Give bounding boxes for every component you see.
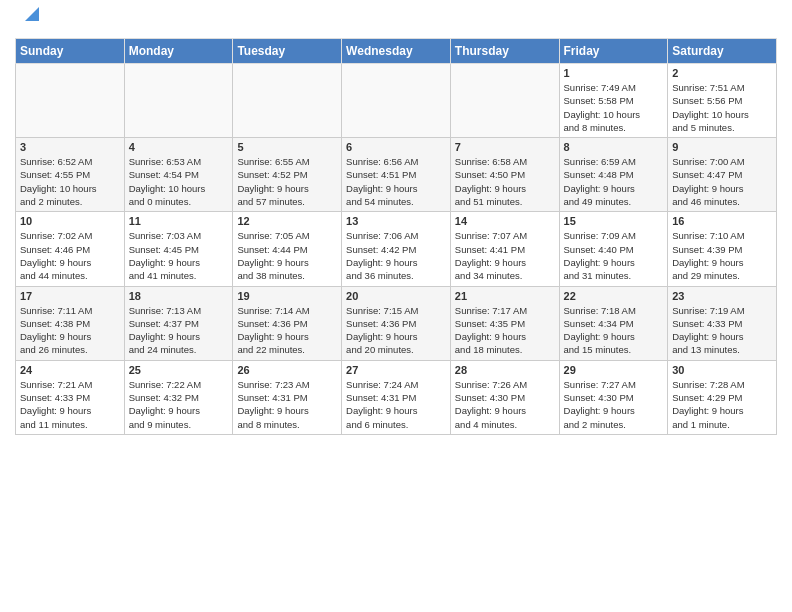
weekday-header: Sunday	[16, 39, 125, 64]
day-number: 13	[346, 215, 446, 227]
calendar-day-cell: 22Sunrise: 7:18 AM Sunset: 4:34 PM Dayli…	[559, 286, 668, 360]
day-info: Sunrise: 7:11 AM Sunset: 4:38 PM Dayligh…	[20, 304, 120, 357]
calendar-day-cell	[450, 64, 559, 138]
day-number: 10	[20, 215, 120, 227]
day-number: 23	[672, 290, 772, 302]
day-info: Sunrise: 7:13 AM Sunset: 4:37 PM Dayligh…	[129, 304, 229, 357]
calendar-table: SundayMondayTuesdayWednesdayThursdayFrid…	[15, 38, 777, 435]
logo-icon	[21, 3, 43, 25]
day-number: 12	[237, 215, 337, 227]
logo	[15, 10, 43, 32]
calendar-week-row: 1Sunrise: 7:49 AM Sunset: 5:58 PM Daylig…	[16, 64, 777, 138]
day-number: 7	[455, 141, 555, 153]
weekday-header: Wednesday	[342, 39, 451, 64]
day-info: Sunrise: 7:18 AM Sunset: 4:34 PM Dayligh…	[564, 304, 664, 357]
day-info: Sunrise: 7:14 AM Sunset: 4:36 PM Dayligh…	[237, 304, 337, 357]
day-number: 8	[564, 141, 664, 153]
day-number: 2	[672, 67, 772, 79]
calendar-day-cell	[124, 64, 233, 138]
day-number: 17	[20, 290, 120, 302]
calendar-day-cell: 16Sunrise: 7:10 AM Sunset: 4:39 PM Dayli…	[668, 212, 777, 286]
day-number: 3	[20, 141, 120, 153]
weekday-header: Thursday	[450, 39, 559, 64]
calendar-day-cell: 28Sunrise: 7:26 AM Sunset: 4:30 PM Dayli…	[450, 360, 559, 434]
calendar-day-cell: 1Sunrise: 7:49 AM Sunset: 5:58 PM Daylig…	[559, 64, 668, 138]
calendar-header-row: SundayMondayTuesdayWednesdayThursdayFrid…	[16, 39, 777, 64]
day-number: 4	[129, 141, 229, 153]
day-number: 29	[564, 364, 664, 376]
svg-marker-0	[25, 7, 39, 21]
calendar-day-cell: 3Sunrise: 6:52 AM Sunset: 4:55 PM Daylig…	[16, 138, 125, 212]
calendar-week-row: 24Sunrise: 7:21 AM Sunset: 4:33 PM Dayli…	[16, 360, 777, 434]
day-info: Sunrise: 6:58 AM Sunset: 4:50 PM Dayligh…	[455, 155, 555, 208]
calendar-day-cell: 6Sunrise: 6:56 AM Sunset: 4:51 PM Daylig…	[342, 138, 451, 212]
day-number: 22	[564, 290, 664, 302]
calendar-day-cell: 13Sunrise: 7:06 AM Sunset: 4:42 PM Dayli…	[342, 212, 451, 286]
day-info: Sunrise: 7:23 AM Sunset: 4:31 PM Dayligh…	[237, 378, 337, 431]
day-info: Sunrise: 7:06 AM Sunset: 4:42 PM Dayligh…	[346, 229, 446, 282]
day-info: Sunrise: 6:56 AM Sunset: 4:51 PM Dayligh…	[346, 155, 446, 208]
calendar-day-cell: 12Sunrise: 7:05 AM Sunset: 4:44 PM Dayli…	[233, 212, 342, 286]
calendar-day-cell: 17Sunrise: 7:11 AM Sunset: 4:38 PM Dayli…	[16, 286, 125, 360]
calendar-day-cell: 23Sunrise: 7:19 AM Sunset: 4:33 PM Dayli…	[668, 286, 777, 360]
day-info: Sunrise: 6:52 AM Sunset: 4:55 PM Dayligh…	[20, 155, 120, 208]
day-number: 14	[455, 215, 555, 227]
weekday-header: Tuesday	[233, 39, 342, 64]
day-info: Sunrise: 7:26 AM Sunset: 4:30 PM Dayligh…	[455, 378, 555, 431]
day-number: 5	[237, 141, 337, 153]
calendar-week-row: 3Sunrise: 6:52 AM Sunset: 4:55 PM Daylig…	[16, 138, 777, 212]
calendar-day-cell: 21Sunrise: 7:17 AM Sunset: 4:35 PM Dayli…	[450, 286, 559, 360]
calendar-day-cell: 19Sunrise: 7:14 AM Sunset: 4:36 PM Dayli…	[233, 286, 342, 360]
day-info: Sunrise: 7:07 AM Sunset: 4:41 PM Dayligh…	[455, 229, 555, 282]
day-info: Sunrise: 7:15 AM Sunset: 4:36 PM Dayligh…	[346, 304, 446, 357]
calendar-day-cell	[16, 64, 125, 138]
weekday-header: Saturday	[668, 39, 777, 64]
day-info: Sunrise: 6:53 AM Sunset: 4:54 PM Dayligh…	[129, 155, 229, 208]
day-info: Sunrise: 7:19 AM Sunset: 4:33 PM Dayligh…	[672, 304, 772, 357]
day-number: 18	[129, 290, 229, 302]
day-info: Sunrise: 7:49 AM Sunset: 5:58 PM Dayligh…	[564, 81, 664, 134]
day-info: Sunrise: 7:51 AM Sunset: 5:56 PM Dayligh…	[672, 81, 772, 134]
day-info: Sunrise: 7:09 AM Sunset: 4:40 PM Dayligh…	[564, 229, 664, 282]
day-number: 11	[129, 215, 229, 227]
calendar-day-cell: 15Sunrise: 7:09 AM Sunset: 4:40 PM Dayli…	[559, 212, 668, 286]
day-info: Sunrise: 7:03 AM Sunset: 4:45 PM Dayligh…	[129, 229, 229, 282]
day-info: Sunrise: 7:22 AM Sunset: 4:32 PM Dayligh…	[129, 378, 229, 431]
calendar-day-cell: 14Sunrise: 7:07 AM Sunset: 4:41 PM Dayli…	[450, 212, 559, 286]
day-number: 30	[672, 364, 772, 376]
calendar-day-cell: 5Sunrise: 6:55 AM Sunset: 4:52 PM Daylig…	[233, 138, 342, 212]
calendar-day-cell: 25Sunrise: 7:22 AM Sunset: 4:32 PM Dayli…	[124, 360, 233, 434]
calendar-day-cell: 8Sunrise: 6:59 AM Sunset: 4:48 PM Daylig…	[559, 138, 668, 212]
calendar-week-row: 10Sunrise: 7:02 AM Sunset: 4:46 PM Dayli…	[16, 212, 777, 286]
day-number: 15	[564, 215, 664, 227]
day-number: 1	[564, 67, 664, 79]
day-info: Sunrise: 7:28 AM Sunset: 4:29 PM Dayligh…	[672, 378, 772, 431]
calendar-day-cell: 18Sunrise: 7:13 AM Sunset: 4:37 PM Dayli…	[124, 286, 233, 360]
day-info: Sunrise: 7:10 AM Sunset: 4:39 PM Dayligh…	[672, 229, 772, 282]
calendar-day-cell: 2Sunrise: 7:51 AM Sunset: 5:56 PM Daylig…	[668, 64, 777, 138]
day-number: 21	[455, 290, 555, 302]
day-number: 19	[237, 290, 337, 302]
calendar-day-cell	[233, 64, 342, 138]
calendar-day-cell: 7Sunrise: 6:58 AM Sunset: 4:50 PM Daylig…	[450, 138, 559, 212]
day-number: 6	[346, 141, 446, 153]
day-number: 26	[237, 364, 337, 376]
page-header	[15, 10, 777, 32]
day-info: Sunrise: 6:55 AM Sunset: 4:52 PM Dayligh…	[237, 155, 337, 208]
day-number: 16	[672, 215, 772, 227]
calendar-day-cell	[342, 64, 451, 138]
day-number: 20	[346, 290, 446, 302]
calendar-day-cell: 11Sunrise: 7:03 AM Sunset: 4:45 PM Dayli…	[124, 212, 233, 286]
calendar-day-cell: 10Sunrise: 7:02 AM Sunset: 4:46 PM Dayli…	[16, 212, 125, 286]
calendar-day-cell: 29Sunrise: 7:27 AM Sunset: 4:30 PM Dayli…	[559, 360, 668, 434]
day-info: Sunrise: 7:00 AM Sunset: 4:47 PM Dayligh…	[672, 155, 772, 208]
weekday-header: Friday	[559, 39, 668, 64]
day-info: Sunrise: 7:27 AM Sunset: 4:30 PM Dayligh…	[564, 378, 664, 431]
calendar-day-cell: 27Sunrise: 7:24 AM Sunset: 4:31 PM Dayli…	[342, 360, 451, 434]
calendar-day-cell: 30Sunrise: 7:28 AM Sunset: 4:29 PM Dayli…	[668, 360, 777, 434]
day-info: Sunrise: 6:59 AM Sunset: 4:48 PM Dayligh…	[564, 155, 664, 208]
calendar-day-cell: 20Sunrise: 7:15 AM Sunset: 4:36 PM Dayli…	[342, 286, 451, 360]
day-number: 25	[129, 364, 229, 376]
day-info: Sunrise: 7:24 AM Sunset: 4:31 PM Dayligh…	[346, 378, 446, 431]
calendar-day-cell: 9Sunrise: 7:00 AM Sunset: 4:47 PM Daylig…	[668, 138, 777, 212]
